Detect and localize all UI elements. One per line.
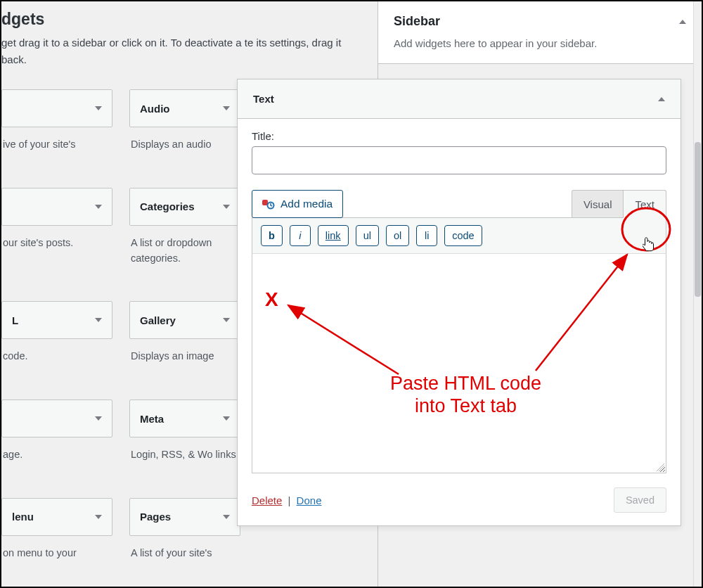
chevron-down-icon (223, 318, 230, 322)
widget-desc: A list of your site's (129, 546, 240, 561)
scrollbar-thumb[interactable] (695, 142, 701, 297)
chevron-down-icon (223, 205, 230, 209)
saved-button: Saved (614, 487, 666, 513)
chevron-down-icon (95, 515, 102, 519)
widget-desc: code. (1, 349, 112, 364)
toolbar-li-button[interactable]: li (416, 225, 437, 246)
widget-desc: on menu to your (1, 546, 112, 561)
widget-nav-menu[interactable]: lenu (1, 498, 112, 536)
widget-archives[interactable] (1, 89, 112, 127)
page-title: dgets (1, 10, 378, 29)
toolbar-code-button[interactable]: code (444, 225, 482, 246)
chevron-down-icon (95, 106, 102, 110)
editor-textarea[interactable] (252, 254, 666, 473)
sidebar-subtitle: Add widgets here to appear in your sideb… (394, 37, 686, 49)
widget-categories[interactable]: Categories (129, 188, 240, 226)
widget-meta[interactable]: Meta (129, 400, 240, 437)
editor-toolbar: b i link ul ol li code (252, 217, 666, 254)
chevron-down-icon (223, 106, 230, 110)
done-link[interactable]: Done (297, 494, 322, 506)
widget-desc: ive of your site's (1, 137, 112, 153)
widget-custom-html[interactable]: L (1, 301, 112, 339)
add-media-button[interactable]: Add media (252, 190, 343, 218)
toolbar-italic-button[interactable]: i (290, 225, 311, 246)
chevron-up-icon[interactable] (658, 97, 665, 101)
sidebar-title: Sidebar (394, 14, 440, 29)
toolbar-ol-button[interactable]: ol (386, 225, 409, 246)
toolbar-ul-button[interactable]: ul (356, 225, 379, 246)
title-input[interactable] (252, 146, 666, 174)
delete-link[interactable]: Delete (252, 494, 282, 506)
tab-visual[interactable]: Visual (572, 190, 624, 218)
toolbar-link-button[interactable]: link (318, 225, 349, 246)
widget-calendar[interactable] (1, 188, 112, 226)
tab-text[interactable]: Text (623, 190, 666, 218)
chevron-up-icon[interactable] (679, 20, 686, 24)
text-widget-panel: Text Title: Add media Visual Text (237, 79, 681, 526)
widget-image[interactable] (1, 400, 112, 437)
page-description: get drag it to a sidebar or click on it.… (1, 34, 378, 68)
chevron-down-icon (223, 515, 230, 519)
widget-desc: Displays an image (129, 349, 240, 364)
widget-desc: Displays an audio (129, 137, 240, 153)
scrollbar[interactable] (693, 1, 702, 587)
toolbar-bold-button[interactable]: b (261, 225, 283, 246)
media-icon (262, 198, 275, 210)
widget-desc: our site's posts. (1, 236, 112, 251)
widget-gallery[interactable]: Gallery (129, 301, 240, 339)
widget-audio[interactable]: Audio (129, 89, 240, 127)
panel-header[interactable]: Text (238, 79, 681, 119)
panel-title: Text (253, 93, 274, 105)
chevron-down-icon (95, 416, 102, 421)
widget-desc: Login, RSS, & Wo links. (129, 447, 240, 463)
widget-desc: age. (1, 447, 112, 463)
chevron-down-icon (95, 205, 102, 209)
chevron-down-icon (223, 416, 230, 421)
widget-pages[interactable]: Pages (129, 498, 240, 536)
widget-desc: A list or dropdown categories. (129, 236, 240, 267)
chevron-down-icon (95, 318, 102, 322)
title-label: Title: (252, 130, 666, 142)
separator: | (288, 494, 291, 506)
